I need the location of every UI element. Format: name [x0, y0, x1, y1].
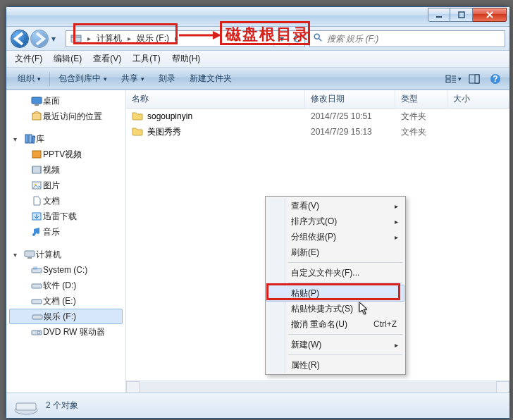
tree-label: 库 — [36, 133, 44, 145]
svg-rect-5 — [446, 75, 450, 78]
view-mode-button[interactable]: ▾ — [443, 70, 463, 87]
file-type: 文件夹 — [395, 111, 447, 123]
back-button[interactable] — [11, 30, 29, 48]
library-item-icon — [30, 149, 43, 160]
tree-lib-documents[interactable]: 文档 — [6, 193, 125, 209]
tree-drive-e[interactable]: 文档 (E:) — [6, 293, 125, 309]
svg-rect-15 — [29, 135, 32, 143]
column-headers[interactable]: 名称 修改日期 类型 大小 — [126, 90, 509, 109]
cmd-share[interactable]: 共享▾ — [114, 68, 152, 89]
tree-drive-dvd[interactable]: DVD RW 驱动器 — [6, 324, 125, 340]
svg-rect-25 — [33, 266, 37, 270]
cmd-include-library[interactable]: 包含到库中▾ — [51, 68, 114, 89]
tree-drive-d[interactable]: 软件 (D:) — [6, 278, 125, 293]
nav-tree[interactable]: 桌面 最近访问的位置 ▾ 库 PPTV视频 视频 图片 文档 迅雷下载 音乐 — [6, 90, 126, 393]
file-date: 2014/7/29 15:13 — [305, 127, 395, 137]
cursor-icon — [359, 302, 369, 316]
status-count: 2 个对象 — [46, 400, 78, 412]
menu-tools[interactable]: 工具(T) — [127, 51, 166, 67]
col-size[interactable]: 大小 — [447, 90, 509, 108]
preview-pane-button[interactable] — [464, 70, 484, 87]
cmd-organize[interactable]: 组织▾ — [11, 68, 48, 89]
svg-rect-32 — [16, 403, 36, 410]
svg-rect-11 — [32, 97, 42, 104]
separator — [288, 283, 402, 283]
download-icon — [30, 211, 43, 222]
ctx-undo[interactable]: 撤消 重命名(U)Ctrl+Z — [267, 316, 404, 332]
close-button[interactable] — [473, 8, 507, 22]
tree-lib-video[interactable]: 视频 — [6, 162, 125, 178]
breadcrumb-drive[interactable]: 娱乐 (F:) — [132, 31, 173, 47]
search-input[interactable] — [326, 33, 502, 44]
search-box[interactable] — [309, 30, 505, 47]
expand-icon[interactable]: ▾ — [13, 251, 22, 259]
col-date[interactable]: 修改日期 — [305, 90, 395, 108]
menu-help[interactable]: 帮助(H) — [166, 51, 206, 67]
expand-icon[interactable]: ▾ — [13, 135, 22, 143]
col-name[interactable]: 名称 — [126, 90, 305, 108]
file-name: 美图秀秀 — [147, 126, 181, 138]
cmd-burn[interactable]: 刻录 — [152, 68, 183, 89]
svg-rect-27 — [32, 299, 42, 304]
separator — [288, 262, 402, 263]
tree-lib-pptv[interactable]: PPTV视频 — [6, 147, 125, 162]
svg-rect-14 — [25, 135, 28, 143]
ctx-group[interactable]: 分组依据(P)▸ — [267, 229, 404, 245]
forward-button[interactable] — [30, 30, 49, 48]
menu-view[interactable]: 查看(V) — [87, 51, 127, 67]
library-icon — [23, 133, 36, 144]
tree-lib-pictures[interactable]: 图片 — [6, 178, 125, 193]
tree-label: System (C:) — [43, 265, 87, 275]
tree-recent[interactable]: 最近访问的位置 — [6, 109, 125, 124]
breadcrumb-computer[interactable]: 计算机 — [92, 31, 126, 47]
ctx-sort[interactable]: 排序方式(O)▸ — [267, 214, 404, 229]
drive-icon — [30, 280, 43, 291]
tree-lib-music[interactable]: 音乐 — [6, 224, 125, 240]
submenu-arrow-icon: ▸ — [395, 233, 398, 241]
refresh-button[interactable] — [289, 31, 304, 47]
ctx-paste[interactable]: 粘贴(P) — [267, 285, 404, 301]
address-bar[interactable]: ▸ 计算机 ▸ 娱乐 (F:) ▸ ▾ — [66, 30, 305, 47]
submenu-arrow-icon: ▸ — [395, 341, 398, 349]
help-button[interactable]: ? — [486, 70, 505, 87]
optical-drive-icon — [30, 326, 43, 338]
list-item[interactable]: sogoupinyin 2014/7/25 10:51 文件夹 — [126, 109, 509, 124]
tree-libraries[interactable]: ▾ 库 — [6, 131, 125, 147]
file-name: sogoupinyin — [147, 111, 192, 121]
maximize-button[interactable] — [450, 8, 473, 22]
tree-lib-xunlei[interactable]: 迅雷下载 — [6, 209, 125, 224]
drive-icon — [13, 396, 39, 416]
ctx-refresh[interactable]: 刷新(E) — [267, 245, 404, 260]
breadcrumb-root-icon[interactable] — [66, 31, 86, 47]
submenu-arrow-icon: ▸ — [395, 218, 398, 226]
svg-point-4 — [314, 34, 319, 39]
titlebar — [6, 7, 509, 27]
cmd-new-folder[interactable]: 新建文件夹 — [183, 68, 239, 89]
tree-computer[interactable]: ▾ 计算机 — [6, 247, 125, 262]
pictures-icon — [30, 180, 43, 191]
tree-label: 娱乐 (F:) — [44, 311, 76, 323]
minimize-button[interactable] — [428, 8, 450, 22]
tree-desktop[interactable]: 桌面 — [6, 93, 125, 109]
ctx-paste-shortcut[interactable]: 粘贴快捷方式(S) — [267, 301, 404, 316]
separator — [288, 354, 402, 355]
menu-edit[interactable]: 编辑(E) — [48, 51, 87, 67]
tree-label: 桌面 — [43, 95, 60, 107]
horizontal-scrollbar[interactable] — [126, 381, 509, 393]
drive-icon — [31, 311, 44, 322]
menu-file[interactable]: 文件(F) — [9, 51, 48, 67]
ctx-properties[interactable]: 属性(R) — [267, 357, 404, 373]
file-date: 2014/7/25 10:51 — [305, 111, 395, 121]
col-type[interactable]: 类型 — [395, 90, 447, 108]
folder-icon — [132, 125, 147, 139]
ctx-customize[interactable]: 自定义文件夹(F)... — [267, 265, 404, 280]
tree-label: 最近访问的位置 — [43, 111, 102, 123]
nav-history-dropdown[interactable]: ▾ — [51, 34, 61, 44]
ctx-new[interactable]: 新建(W)▸ — [267, 337, 404, 352]
tree-drive-c[interactable]: System (C:) — [6, 262, 125, 278]
ctx-view[interactable]: 查看(V)▸ — [267, 198, 404, 214]
list-item[interactable]: 美图秀秀 2014/7/29 15:13 文件夹 — [126, 124, 509, 140]
svg-rect-23 — [27, 257, 32, 259]
tree-drive-f-selected[interactable]: 娱乐 (F:) — [9, 309, 123, 324]
address-dropdown-button[interactable]: ▾ — [273, 31, 289, 47]
